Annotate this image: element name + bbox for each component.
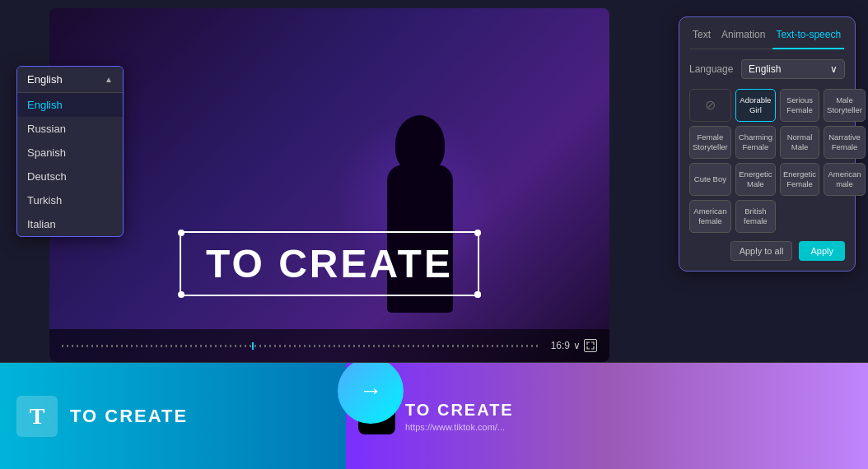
tts-tabs: Text Animation Text-to-speech bbox=[689, 27, 845, 49]
track-2-content: TO CREATE https://www.tiktok.com/... bbox=[405, 401, 514, 432]
tab-animation[interactable]: Animation bbox=[718, 27, 768, 42]
dropdown-selected-value: English bbox=[27, 73, 63, 86]
track-1-text: TO CREATE bbox=[70, 406, 188, 427]
chevron-down-icon: ∨ bbox=[830, 63, 838, 75]
tab-text-to-speech[interactable]: Text-to-speech bbox=[772, 27, 844, 49]
track-2-subtext: https://www.tiktok.com/... bbox=[405, 422, 514, 432]
voice-british-female[interactable]: British female bbox=[735, 200, 776, 233]
voice-serious-female[interactable]: Serious Female bbox=[780, 89, 819, 122]
apply-all-button[interactable]: Apply to all bbox=[730, 241, 793, 261]
timeline[interactable] bbox=[62, 345, 539, 347]
resize-handle-br[interactable] bbox=[474, 291, 481, 298]
video-preview: TO CREATE 16:9 ∨ bbox=[49, 8, 609, 362]
language-option-italian[interactable]: Italian bbox=[17, 212, 123, 236]
voice-energetic-male[interactable]: Energetic Male bbox=[735, 163, 776, 196]
voice-adorable-girl[interactable]: Adorable Girl bbox=[735, 89, 776, 122]
voice-male-storyteller[interactable]: Male Storyteller bbox=[824, 89, 866, 122]
track-2-text: TO CREATE bbox=[405, 401, 514, 420]
language-option-deutsch[interactable]: Deutsch bbox=[17, 165, 123, 188]
voice-female-storyteller[interactable]: Female Storyteller bbox=[689, 126, 731, 159]
track-1[interactable]: T TO CREATE bbox=[0, 363, 346, 469]
track-2[interactable]: ♪ TO CREATE https://www.tiktok.com/... bbox=[346, 363, 868, 469]
track-t-icon: T bbox=[16, 396, 58, 437]
language-option-spanish[interactable]: Spanish bbox=[17, 141, 123, 165]
voices-grid: ⊘ Adorable Girl Serious Female Male Stor… bbox=[689, 89, 845, 233]
voice-cute-boy[interactable]: Cute Boy bbox=[689, 163, 731, 196]
apply-button[interactable]: Apply bbox=[799, 241, 845, 261]
text-overlay-box[interactable]: TO CREATE bbox=[180, 231, 479, 296]
chevron-up-icon: ▲ bbox=[105, 75, 113, 84]
language-label: Language bbox=[689, 63, 735, 75]
language-option-turkish[interactable]: Turkish bbox=[17, 188, 123, 212]
expand-icon[interactable] bbox=[584, 339, 597, 352]
panel-actions: Apply to all Apply bbox=[689, 241, 845, 261]
voice-american-female[interactable]: American female bbox=[689, 200, 731, 233]
arrow-icon: → bbox=[359, 378, 382, 404]
language-option-english[interactable]: English bbox=[17, 93, 123, 117]
tts-panel: Text Animation Text-to-speech Language E… bbox=[679, 16, 856, 272]
resize-handle-tr[interactable] bbox=[474, 230, 481, 236]
video-controls: 16:9 ∨ bbox=[49, 329, 609, 362]
no-voice-icon: ⊘ bbox=[705, 97, 716, 114]
language-option-russian[interactable]: Russian bbox=[17, 117, 123, 141]
bottom-timeline: T TO CREATE → ♪ TO CREATE https://www.ti… bbox=[0, 362, 868, 469]
tab-text[interactable]: Text bbox=[689, 27, 714, 42]
dropdown-header[interactable]: English ▲ bbox=[17, 67, 123, 93]
resize-handle-bl[interactable] bbox=[178, 291, 184, 298]
tts-language-row: Language English ∨ bbox=[689, 59, 845, 79]
voice-narrative-female[interactable]: Narrative Female bbox=[824, 126, 866, 159]
voice-charming-female[interactable]: Charming Female bbox=[735, 126, 776, 159]
tts-language-select[interactable]: English ∨ bbox=[741, 59, 845, 79]
voice-american-male[interactable]: American male bbox=[824, 163, 866, 196]
voice-energetic-female[interactable]: Energetic Female bbox=[780, 163, 819, 196]
voice-none[interactable]: ⊘ bbox=[689, 89, 731, 122]
video-text: TO CREATE bbox=[206, 241, 453, 286]
aspect-ratio-selector[interactable]: 16:9 ∨ bbox=[551, 339, 597, 352]
language-dropdown[interactable]: English ▲ English Russian Spanish Deutsc… bbox=[16, 66, 124, 237]
voice-normal-male[interactable]: Normal Male bbox=[780, 126, 819, 159]
